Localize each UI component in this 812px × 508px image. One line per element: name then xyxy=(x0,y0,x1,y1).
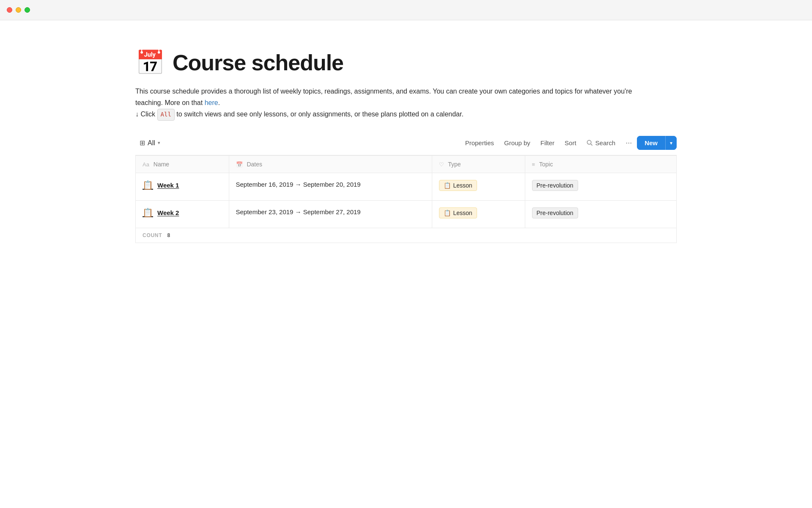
page-icon: 📅 xyxy=(135,51,165,75)
description: This course schedule provides a thorough… xyxy=(135,86,643,121)
row-dates-0: September 16, 2019 → September 20, 2019 xyxy=(236,180,361,190)
topic-col-label: Topic xyxy=(539,161,553,168)
row-icon-1: 📋 xyxy=(143,207,153,218)
count-label: COUNT xyxy=(143,232,162,238)
sort-label: Sort xyxy=(565,139,576,146)
dates-col-icon: 📅 xyxy=(236,161,243,168)
new-button[interactable]: New xyxy=(637,136,665,150)
view-selector-button[interactable]: ⊞ All ▾ xyxy=(135,136,165,149)
more-icon: ··· xyxy=(625,138,632,147)
search-button[interactable]: Search xyxy=(582,137,621,149)
all-badge[interactable]: All xyxy=(157,109,175,121)
close-button[interactable] xyxy=(7,7,12,13)
cell-type-1: 📋 Lesson xyxy=(432,201,525,228)
row-name-1[interactable]: 📋 Week 2 xyxy=(143,207,179,218)
topic-col-icon: ≡ xyxy=(532,161,535,168)
type-badge-label-1: Lesson xyxy=(453,210,472,216)
type-badge-icon-1: 📋 xyxy=(444,210,451,216)
table-footer: COUNT 8 xyxy=(136,228,676,243)
cell-dates-0: September 16, 2019 → September 20, 2019 xyxy=(229,173,432,201)
type-badge-1[interactable]: 📋 Lesson xyxy=(439,207,477,218)
here-link[interactable]: here xyxy=(205,99,218,106)
column-header-type[interactable]: ♡ Type xyxy=(432,156,525,173)
count-value: 8 xyxy=(167,232,170,238)
table-header-row: Aa Name 📅 Dates ♡ Type ≡ Topic xyxy=(136,156,676,173)
view-label: All xyxy=(148,139,155,147)
filter-label: Filter xyxy=(540,139,554,146)
svg-point-0 xyxy=(587,141,591,144)
search-label: Search xyxy=(595,139,616,146)
page-title: Course schedule xyxy=(173,50,343,75)
more-button[interactable]: ··· xyxy=(620,136,637,150)
titlebar xyxy=(0,0,812,20)
sort-button[interactable]: Sort xyxy=(560,137,582,149)
search-icon xyxy=(587,140,593,146)
data-table: Aa Name 📅 Dates ♡ Type ≡ Topic xyxy=(135,155,677,243)
description-text-2: to switch views and see only lessons, or… xyxy=(175,110,464,118)
cell-name-1: 📋 Week 2 xyxy=(136,201,229,228)
group-by-label: Group by xyxy=(504,139,530,146)
filter-button[interactable]: Filter xyxy=(535,137,560,149)
table-row: 📋 Week 1 September 16, 2019 → September … xyxy=(136,173,676,201)
svg-line-1 xyxy=(590,144,592,146)
name-col-icon: Aa xyxy=(143,161,149,168)
properties-label: Properties xyxy=(465,139,494,146)
column-header-dates[interactable]: 📅 Dates xyxy=(229,156,432,173)
topic-badge-0[interactable]: Pre-revolution xyxy=(532,180,578,191)
new-button-group: New ▾ xyxy=(637,136,677,150)
type-badge-label-0: Lesson xyxy=(453,182,472,189)
row-name-0[interactable]: 📋 Week 1 xyxy=(143,180,179,190)
description-arrow: ↓ Click xyxy=(135,110,157,118)
toolbar: ⊞ All ▾ Properties Group by Filter Sort … xyxy=(135,136,677,155)
group-by-button[interactable]: Group by xyxy=(499,137,535,149)
minimize-button[interactable] xyxy=(16,7,21,13)
cell-type-0: 📋 Lesson xyxy=(432,173,525,201)
cell-topic-0: Pre-revolution xyxy=(525,173,676,201)
row-dates-1: September 23, 2019 → September 27, 2019 xyxy=(236,207,361,217)
row-icon-0: 📋 xyxy=(143,180,153,190)
column-header-topic[interactable]: ≡ Topic xyxy=(525,156,676,173)
dates-col-label: Dates xyxy=(247,161,262,168)
type-col-icon: ♡ xyxy=(439,161,444,168)
type-badge-icon-0: 📋 xyxy=(444,182,451,189)
chevron-down-icon: ▾ xyxy=(158,140,160,146)
properties-button[interactable]: Properties xyxy=(460,137,499,149)
cell-dates-1: September 23, 2019 → September 27, 2019 xyxy=(229,201,432,228)
description-period: . xyxy=(218,99,220,106)
cell-topic-1: Pre-revolution xyxy=(525,201,676,228)
row-name-text-1: Week 2 xyxy=(157,209,179,216)
table-row: 📋 Week 2 September 23, 2019 → September … xyxy=(136,201,676,228)
cell-name-0: 📋 Week 1 xyxy=(136,173,229,201)
page-header: 📅 Course schedule xyxy=(135,50,677,75)
column-header-name[interactable]: Aa Name xyxy=(136,156,229,173)
new-dropdown-button[interactable]: ▾ xyxy=(665,136,677,150)
main-content: 📅 Course schedule This course schedule p… xyxy=(110,20,702,268)
row-name-text-0: Week 1 xyxy=(157,182,179,189)
name-col-label: Name xyxy=(154,161,169,168)
maximize-button[interactable] xyxy=(25,7,30,13)
type-col-label: Type xyxy=(448,161,461,168)
table-view-icon: ⊞ xyxy=(140,139,145,147)
type-badge-0[interactable]: 📋 Lesson xyxy=(439,180,477,191)
topic-badge-1[interactable]: Pre-revolution xyxy=(532,207,578,218)
